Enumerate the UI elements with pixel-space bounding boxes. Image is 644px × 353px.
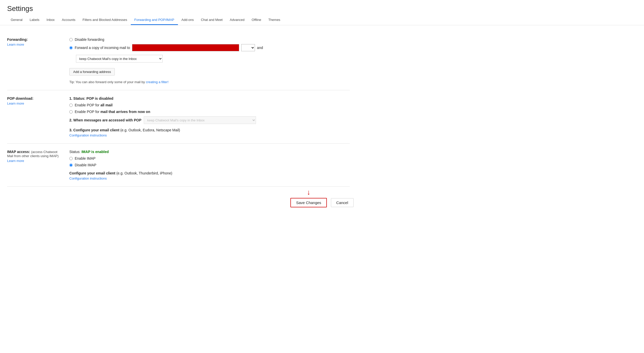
forwarding-section: Forwarding: Learn more Disable forwardin… [7,31,350,90]
pop-config-link[interactable]: Configuration instructions [69,133,107,137]
imap-status-row: Status: IMAP is enabled [69,150,350,154]
pop-enable-new-radio[interactable] [69,110,73,114]
pop-configure-sub: (e.g. Outlook, Eudora, Netscape Mail) [120,128,180,132]
imap-content: Status: IMAP is enabled Enable IMAP Disa… [69,150,350,180]
tab-forwarding[interactable]: Forwarding and POP/IMAP [131,15,178,25]
pop-title: POP download: [7,96,33,100]
imap-config-link[interactable]: Configuration instructions [69,176,107,180]
imap-disable-row: Disable IMAP [69,163,350,167]
disable-forwarding-row: Disable forwarding [69,37,350,42]
pop-when-row: 2. When messages are accessed with POP k… [69,116,350,124]
imap-disable-radio[interactable] [69,163,73,167]
disable-forwarding-label: Disable forwarding [75,37,104,42]
pop-enable-all-row: Enable POP for all mail [69,103,350,107]
forwarding-email-display [132,44,239,51]
cancel-button[interactable]: Cancel [331,198,354,207]
add-forwarding-button[interactable]: Add a forwarding address [69,68,115,75]
pop-label: POP download: Learn more [7,96,63,137]
imap-configure-row: Configure your email client (e.g. Outloo… [69,171,350,175]
tab-inbox[interactable]: Inbox [43,15,58,25]
pop-status: 1. Status: POP is disabled [69,96,350,100]
bottom-bar: ↓ Save Changes Cancel [0,193,644,212]
imap-label: IMAP access: (access Chatwoot Mail from … [7,150,63,180]
tab-labels[interactable]: Labels [26,15,43,25]
forward-copy-row: Forward a copy of incoming mail to and [69,44,350,51]
pop-section: POP download: Learn more 1. Status: POP … [7,90,350,144]
disable-forwarding-radio[interactable] [69,38,73,41]
imap-enable-radio[interactable] [69,157,73,160]
forward-copy-label: Forward a copy of incoming mail to [75,46,130,50]
pop-when-label: 2. When messages are accessed with POP [69,118,141,122]
forwarding-email-select[interactable] [241,44,255,51]
forwarding-content: Disable forwarding Forward a copy of inc… [69,37,350,84]
pop-content: 1. Status: POP is disabled Enable POP fo… [69,96,350,137]
pop-all-bold: all mail [100,103,112,107]
imap-enable-row: Enable IMAP [69,156,350,160]
save-changes-button[interactable]: Save Changes [290,198,327,207]
imap-configure-label: Configure your email client (e.g. Outloo… [69,171,172,175]
tab-accounts[interactable]: Accounts [58,15,79,25]
imap-disable-label: Disable IMAP [75,163,96,167]
imap-enable-label: Enable IMAP [75,156,96,160]
tab-offline[interactable]: Offline [248,15,265,25]
forwarding-label: Forwarding: Learn more [7,37,63,84]
pop-new-bold: mail that arrives from now on [100,110,150,114]
imap-configure-bold: Configure your email client [69,171,115,175]
pop-learn-more[interactable]: Learn more [7,102,63,105]
tab-filters[interactable]: Filters and Blocked Addresses [79,15,131,25]
save-btn-wrapper: ↓ Save Changes [290,198,327,207]
imap-configure-sub: (e.g. Outlook, Thunderbird, iPhone) [116,171,172,175]
imap-config-link-row: Configuration instructions [69,176,350,180]
tabs-bar: General Labels Inbox Accounts Filters an… [0,15,644,25]
pop-config-link-row: Configuration instructions [69,133,350,137]
keep-copy-select[interactable]: keep Chatwoot Mail's copy in the Inbox m… [76,55,163,62]
imap-sub2: clients using IMAP) [30,154,59,158]
keep-select-row: keep Chatwoot Mail's copy in the Inbox m… [76,54,350,62]
page-title: Settings [0,0,644,15]
imap-section: IMAP access: (access Chatwoot Mail from … [7,144,350,187]
pop-enable-new-label: Enable POP for mail that arrives from no… [75,110,150,114]
pop-enable-all-label: Enable POP for all mail [75,103,112,107]
forwarding-learn-more[interactable]: Learn more [7,43,63,46]
pop-configure-bold: 3. Configure your email client [69,128,119,132]
tab-themes[interactable]: Themes [265,15,284,25]
tab-chat[interactable]: Chat and Meet [197,15,226,25]
tab-advanced[interactable]: Advanced [226,15,248,25]
pop-configure-row: 3. Configure your email client (e.g. Out… [69,128,350,132]
imap-status-prefix: Status: [69,150,81,154]
tab-general[interactable]: General [7,15,26,25]
enable-forwarding-radio[interactable] [69,46,73,49]
pop-configure-label: 3. Configure your email client (e.g. Out… [69,128,180,132]
tab-addons[interactable]: Add-ons [178,15,197,25]
forwarding-title: Forwarding: [7,37,28,42]
add-forwarding-row: Add a forwarding address [69,66,350,78]
red-arrow-indicator: ↓ [307,189,311,196]
and-text: and [257,46,263,50]
pop-enable-all-radio[interactable] [69,104,73,107]
imap-title: IMAP access: [7,150,30,154]
creating-filter-link[interactable]: creating a filter! [146,80,169,84]
tip-row: Tip: You can also forward only some of y… [69,80,350,84]
imap-status-value: IMAP is enabled [81,150,109,154]
pop-when-select[interactable]: keep Chatwoot Mail's copy in the Inbox [144,116,256,124]
imap-learn-more[interactable]: Learn more [7,159,63,163]
pop-enable-new-row: Enable POP for mail that arrives from no… [69,110,350,114]
tip-text: Tip: You can also forward only some of y… [69,80,145,84]
